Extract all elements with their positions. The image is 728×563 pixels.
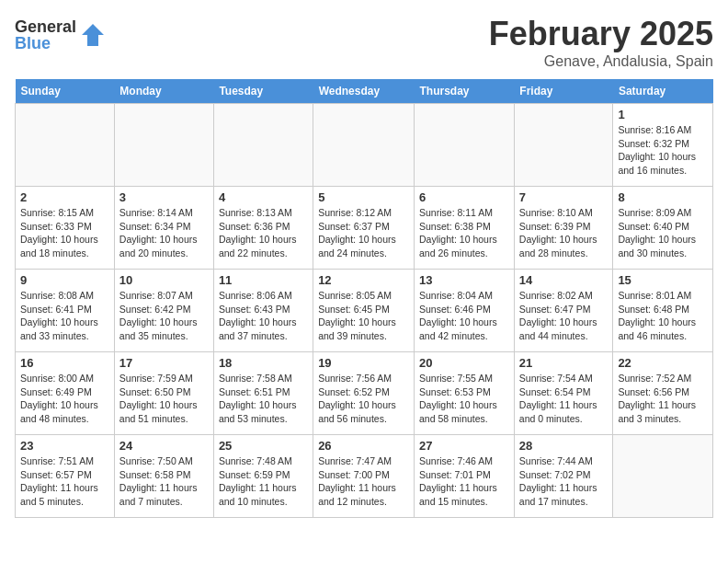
day-info: Sunrise: 7:56 AM Sunset: 6:52 PM Dayligh…	[318, 372, 409, 426]
day-info: Sunrise: 7:58 AM Sunset: 6:51 PM Dayligh…	[219, 372, 308, 426]
day-number: 6	[419, 190, 509, 204]
title-area: February 2025 Genave, Andalusia, Spain	[489, 15, 713, 70]
calendar-cell: 15Sunrise: 8:01 AM Sunset: 6:48 PM Dayli…	[613, 270, 713, 352]
calendar-week-4: 16Sunrise: 8:00 AM Sunset: 6:49 PM Dayli…	[16, 352, 713, 435]
day-number: 22	[618, 356, 708, 370]
calendar-header-thursday: Thursday	[415, 79, 515, 104]
day-number: 18	[219, 356, 308, 370]
day-info: Sunrise: 7:48 AM Sunset: 6:59 PM Dayligh…	[219, 454, 308, 509]
day-info: Sunrise: 8:13 AM Sunset: 6:36 PM Dayligh…	[219, 206, 308, 260]
calendar-cell	[313, 104, 415, 187]
day-info: Sunrise: 8:07 AM Sunset: 6:42 PM Dayligh…	[119, 289, 209, 343]
calendar-cell: 24Sunrise: 7:50 AM Sunset: 6:58 PM Dayli…	[114, 435, 213, 518]
calendar-cell: 11Sunrise: 8:06 AM Sunset: 6:43 PM Dayli…	[213, 270, 313, 352]
calendar-cell: 20Sunrise: 7:55 AM Sunset: 6:53 PM Dayli…	[415, 352, 515, 435]
logo-blue: Blue	[15, 35, 76, 52]
calendar-cell: 13Sunrise: 8:04 AM Sunset: 6:46 PM Dayli…	[415, 270, 515, 352]
day-number: 21	[519, 356, 609, 370]
location-title: Genave, Andalusia, Spain	[489, 53, 713, 70]
day-info: Sunrise: 8:01 AM Sunset: 6:48 PM Dayligh…	[618, 289, 708, 343]
calendar-week-5: 23Sunrise: 7:51 AM Sunset: 6:57 PM Dayli…	[16, 435, 713, 518]
day-info: Sunrise: 8:04 AM Sunset: 6:46 PM Dayligh…	[419, 289, 509, 343]
calendar-cell: 26Sunrise: 7:47 AM Sunset: 7:00 PM Dayli…	[313, 435, 415, 518]
calendar-header-monday: Monday	[114, 79, 213, 104]
day-info: Sunrise: 7:50 AM Sunset: 6:58 PM Dayligh…	[119, 454, 209, 509]
day-number: 20	[419, 356, 509, 370]
calendar-cell	[16, 104, 115, 187]
day-number: 4	[219, 190, 308, 204]
day-number: 17	[119, 356, 209, 370]
day-info: Sunrise: 8:16 AM Sunset: 6:32 PM Dayligh…	[618, 123, 708, 178]
svg-marker-0	[82, 24, 104, 46]
day-number: 9	[20, 273, 109, 287]
day-number: 11	[219, 273, 308, 287]
day-info: Sunrise: 7:46 AM Sunset: 7:01 PM Dayligh…	[419, 454, 509, 509]
calendar-cell: 4Sunrise: 8:13 AM Sunset: 6:36 PM Daylig…	[213, 187, 313, 270]
calendar-cell	[213, 104, 313, 187]
calendar-cell: 1Sunrise: 8:16 AM Sunset: 6:32 PM Daylig…	[613, 104, 713, 187]
calendar-cell: 7Sunrise: 8:10 AM Sunset: 6:39 PM Daylig…	[514, 187, 613, 270]
day-number: 1	[618, 108, 708, 121]
day-number: 2	[20, 190, 109, 204]
calendar-week-3: 9Sunrise: 8:08 AM Sunset: 6:41 PM Daylig…	[16, 270, 713, 352]
calendar-cell: 12Sunrise: 8:05 AM Sunset: 6:45 PM Dayli…	[313, 270, 415, 352]
calendar-header-sunday: Sunday	[16, 79, 115, 104]
calendar-cell: 10Sunrise: 8:07 AM Sunset: 6:42 PM Dayli…	[114, 270, 213, 352]
day-info: Sunrise: 7:51 AM Sunset: 6:57 PM Dayligh…	[20, 454, 109, 509]
calendar-cell: 14Sunrise: 8:02 AM Sunset: 6:47 PM Dayli…	[514, 270, 613, 352]
header: General Blue February 2025 Genave, Andal…	[15, 15, 713, 70]
logo-general: General	[15, 18, 76, 35]
calendar-cell: 5Sunrise: 8:12 AM Sunset: 6:37 PM Daylig…	[313, 187, 415, 270]
calendar-cell: 17Sunrise: 7:59 AM Sunset: 6:50 PM Dayli…	[114, 352, 213, 435]
calendar-cell: 9Sunrise: 8:08 AM Sunset: 6:41 PM Daylig…	[16, 270, 115, 352]
day-number: 12	[318, 273, 409, 287]
day-info: Sunrise: 7:52 AM Sunset: 6:56 PM Dayligh…	[618, 372, 708, 426]
calendar-header-saturday: Saturday	[613, 79, 713, 104]
day-info: Sunrise: 7:44 AM Sunset: 7:02 PM Dayligh…	[519, 454, 609, 509]
day-number: 10	[119, 273, 209, 287]
day-number: 27	[419, 439, 509, 453]
calendar-cell: 27Sunrise: 7:46 AM Sunset: 7:01 PM Dayli…	[415, 435, 515, 518]
calendar-cell: 23Sunrise: 7:51 AM Sunset: 6:57 PM Dayli…	[16, 435, 115, 518]
calendar-week-2: 2Sunrise: 8:15 AM Sunset: 6:33 PM Daylig…	[16, 187, 713, 270]
day-info: Sunrise: 8:05 AM Sunset: 6:45 PM Dayligh…	[318, 289, 409, 343]
logo-icon	[80, 22, 106, 48]
calendar-cell: 8Sunrise: 8:09 AM Sunset: 6:40 PM Daylig…	[613, 187, 713, 270]
day-number: 16	[20, 356, 109, 370]
day-info: Sunrise: 8:12 AM Sunset: 6:37 PM Dayligh…	[318, 206, 409, 260]
calendar-header-friday: Friday	[514, 79, 613, 104]
day-number: 7	[519, 190, 609, 204]
day-number: 14	[519, 273, 609, 287]
day-info: Sunrise: 8:14 AM Sunset: 6:34 PM Dayligh…	[119, 206, 209, 260]
day-number: 13	[419, 273, 509, 287]
day-info: Sunrise: 8:02 AM Sunset: 6:47 PM Dayligh…	[519, 289, 609, 343]
calendar-cell: 16Sunrise: 8:00 AM Sunset: 6:49 PM Dayli…	[16, 352, 115, 435]
calendar-week-1: 1Sunrise: 8:16 AM Sunset: 6:32 PM Daylig…	[16, 104, 713, 187]
calendar-cell	[514, 104, 613, 187]
day-number: 23	[20, 439, 109, 453]
calendar-cell: 19Sunrise: 7:56 AM Sunset: 6:52 PM Dayli…	[313, 352, 415, 435]
day-number: 26	[318, 439, 409, 453]
day-info: Sunrise: 8:09 AM Sunset: 6:40 PM Dayligh…	[618, 206, 708, 260]
day-info: Sunrise: 8:06 AM Sunset: 6:43 PM Dayligh…	[219, 289, 308, 343]
calendar-cell	[415, 104, 515, 187]
calendar-cell: 22Sunrise: 7:52 AM Sunset: 6:56 PM Dayli…	[613, 352, 713, 435]
day-info: Sunrise: 8:10 AM Sunset: 6:39 PM Dayligh…	[519, 206, 609, 260]
day-number: 25	[219, 439, 308, 453]
calendar-cell	[114, 104, 213, 187]
day-number: 3	[119, 190, 209, 204]
calendar-header-tuesday: Tuesday	[213, 79, 313, 104]
day-info: Sunrise: 7:54 AM Sunset: 6:54 PM Dayligh…	[519, 372, 609, 426]
calendar-cell: 6Sunrise: 8:11 AM Sunset: 6:38 PM Daylig…	[415, 187, 515, 270]
calendar-cell: 28Sunrise: 7:44 AM Sunset: 7:02 PM Dayli…	[514, 435, 613, 518]
day-info: Sunrise: 7:55 AM Sunset: 6:53 PM Dayligh…	[419, 372, 509, 426]
day-number: 24	[119, 439, 209, 453]
calendar-header-row: SundayMondayTuesdayWednesdayThursdayFrid…	[16, 79, 713, 104]
calendar-table: SundayMondayTuesdayWednesdayThursdayFrid…	[15, 79, 713, 518]
logo: General Blue	[15, 18, 106, 52]
day-number: 8	[618, 190, 708, 204]
calendar-cell: 21Sunrise: 7:54 AM Sunset: 6:54 PM Dayli…	[514, 352, 613, 435]
calendar-cell	[613, 435, 713, 518]
calendar-cell: 3Sunrise: 8:14 AM Sunset: 6:34 PM Daylig…	[114, 187, 213, 270]
day-info: Sunrise: 8:11 AM Sunset: 6:38 PM Dayligh…	[419, 206, 509, 260]
